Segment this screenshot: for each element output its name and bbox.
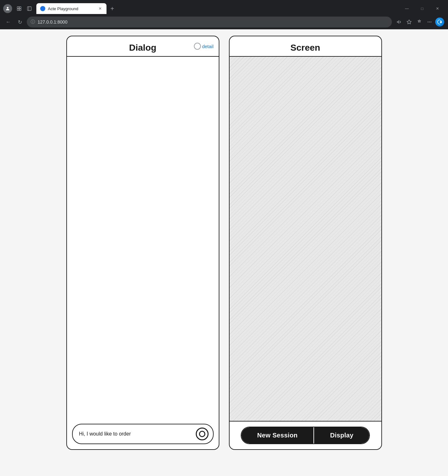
send-icon bbox=[199, 431, 205, 437]
maximize-btn[interactable]: □ bbox=[415, 4, 430, 14]
extensions-icon[interactable] bbox=[415, 18, 424, 26]
info-icon: ⓘ bbox=[31, 19, 35, 25]
favorites-icon[interactable] bbox=[405, 18, 414, 26]
svg-rect-5 bbox=[27, 7, 31, 11]
address-input-wrap[interactable]: ⓘ 127.0.0.1:8000 bbox=[27, 17, 392, 27]
sidebar-icon-btn[interactable] bbox=[25, 4, 34, 13]
close-btn[interactable]: ✕ bbox=[430, 4, 445, 14]
screen-panel: Screen New Session Display bbox=[229, 36, 382, 450]
screen-header: Screen bbox=[230, 36, 381, 57]
screen-title: Screen bbox=[290, 43, 320, 53]
svg-point-8 bbox=[428, 22, 429, 23]
detail-link[interactable]: detail bbox=[194, 43, 214, 50]
window-controls: — □ ✕ bbox=[400, 4, 445, 14]
read-aloud-icon[interactable] bbox=[394, 18, 403, 26]
address-text: 127.0.0.1:8000 bbox=[38, 19, 388, 25]
chat-input[interactable] bbox=[79, 431, 193, 437]
toolbar-icons bbox=[394, 18, 444, 26]
dialog-title: Dialog bbox=[129, 43, 157, 53]
detail-label: detail bbox=[202, 44, 214, 49]
tab-title: Acte Playground bbox=[48, 6, 95, 11]
svg-rect-4 bbox=[19, 9, 21, 11]
address-bar: ← ↻ ⓘ 127.0.0.1:8000 bbox=[0, 15, 448, 29]
screen-btn-group: New Session Display bbox=[241, 427, 370, 444]
dialog-header: Dialog detail bbox=[67, 36, 219, 57]
browser-profile[interactable] bbox=[3, 4, 12, 13]
send-button[interactable] bbox=[196, 428, 209, 440]
svg-point-0 bbox=[7, 7, 8, 9]
screen-display-area bbox=[230, 57, 381, 422]
refresh-btn[interactable]: ↻ bbox=[15, 18, 24, 26]
dialog-panel: Dialog detail bbox=[66, 36, 219, 450]
svg-rect-2 bbox=[19, 7, 21, 8]
tab-close-btn[interactable]: ✕ bbox=[98, 6, 103, 11]
chat-input-area bbox=[67, 420, 219, 449]
new-session-button[interactable]: New Session bbox=[241, 427, 314, 444]
edge-logo[interactable] bbox=[435, 18, 444, 26]
svg-point-9 bbox=[429, 22, 430, 23]
tabs-icon-btn[interactable] bbox=[15, 4, 24, 13]
minimize-btn[interactable]: — bbox=[400, 4, 414, 14]
screen-buttons: New Session Display bbox=[230, 422, 381, 449]
tab-bar: Acte Playground ✕ + — □ ✕ bbox=[0, 0, 448, 15]
tab-favicon bbox=[40, 6, 45, 11]
more-icon[interactable] bbox=[425, 18, 434, 26]
active-tab[interactable]: Acte Playground ✕ bbox=[36, 3, 106, 14]
svg-marker-7 bbox=[407, 20, 411, 24]
svg-point-10 bbox=[430, 22, 431, 23]
display-button[interactable]: Display bbox=[313, 427, 369, 444]
new-tab-btn[interactable]: + bbox=[108, 4, 117, 13]
svg-rect-1 bbox=[17, 7, 19, 8]
page-content: Dialog detail Screen New Session bbox=[0, 29, 448, 476]
dialog-body bbox=[67, 57, 219, 420]
back-btn[interactable]: ← bbox=[4, 18, 13, 26]
svg-rect-3 bbox=[17, 9, 19, 11]
detail-circle-icon bbox=[194, 43, 201, 50]
chat-input-wrap bbox=[72, 424, 214, 444]
browser-chrome: Acte Playground ✕ + — □ ✕ ← ↻ ⓘ 127.0.0.… bbox=[0, 0, 448, 29]
